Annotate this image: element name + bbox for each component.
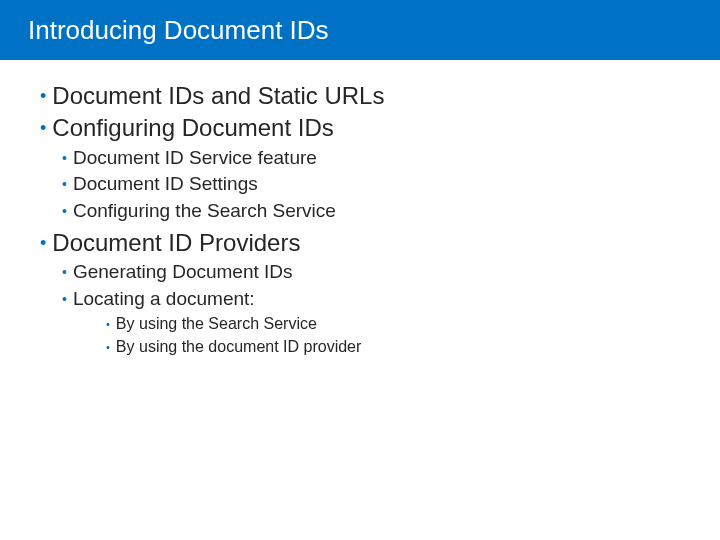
- bullet-text: Configuring Document IDs: [52, 112, 333, 144]
- bullet-lvl2: • Document ID Settings: [62, 171, 680, 198]
- bullet-text: Document ID Providers: [52, 227, 300, 259]
- bullet-lvl3: • By using the document ID provider: [106, 335, 680, 358]
- sub-group: • Generating Document IDs • Locating a d…: [62, 259, 680, 359]
- bullet-lvl1: • Document ID Providers: [40, 227, 680, 259]
- bullet-icon: •: [62, 177, 67, 191]
- bullet-icon: •: [106, 319, 110, 330]
- bullet-lvl2: • Locating a document:: [62, 286, 680, 313]
- bullet-icon: •: [62, 292, 67, 306]
- bullet-icon: •: [62, 204, 67, 218]
- bullet-text: Document ID Settings: [73, 171, 258, 198]
- bullet-lvl2: • Document ID Service feature: [62, 145, 680, 172]
- bullet-lvl2: • Configuring the Search Service: [62, 198, 680, 225]
- bullet-icon: •: [106, 342, 110, 353]
- bullet-icon: •: [62, 151, 67, 165]
- bullet-icon: •: [40, 87, 46, 105]
- bullet-text: Locating a document:: [73, 286, 255, 313]
- bullet-icon: •: [40, 234, 46, 252]
- bullet-text: Generating Document IDs: [73, 259, 293, 286]
- bullet-lvl1: • Configuring Document IDs: [40, 112, 680, 144]
- bullet-text: Configuring the Search Service: [73, 198, 336, 225]
- slide-title: Introducing Document IDs: [28, 15, 329, 46]
- bullet-text: By using the Search Service: [116, 312, 317, 335]
- bullet-lvl2: • Generating Document IDs: [62, 259, 680, 286]
- bullet-text: Document IDs and Static URLs: [52, 80, 384, 112]
- bullet-icon: •: [62, 265, 67, 279]
- sub-sub-group: • By using the Search Service • By using…: [106, 312, 680, 358]
- slide-title-bar: Introducing Document IDs: [0, 0, 720, 60]
- slide-content: • Document IDs and Static URLs • Configu…: [0, 60, 720, 359]
- bullet-lvl1: • Document IDs and Static URLs: [40, 80, 680, 112]
- sub-group: • Document ID Service feature • Document…: [62, 145, 680, 225]
- bullet-text: Document ID Service feature: [73, 145, 317, 172]
- bullet-lvl3: • By using the Search Service: [106, 312, 680, 335]
- bullet-icon: •: [40, 119, 46, 137]
- bullet-text: By using the document ID provider: [116, 335, 361, 358]
